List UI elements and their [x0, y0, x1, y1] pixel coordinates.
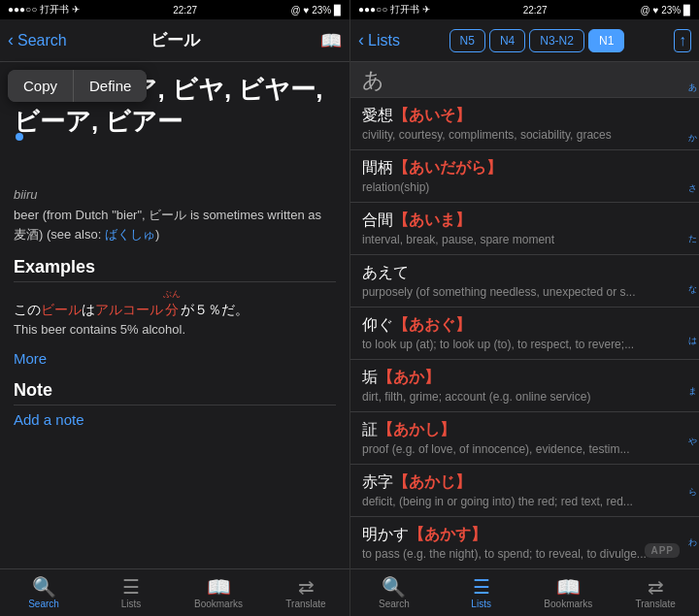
translate-icon-left: ⇄: [298, 577, 315, 597]
word-definition: beer (from Dutch "bier", ビール is sometime…: [14, 206, 336, 243]
index-ta[interactable]: た: [688, 234, 697, 244]
list-item-aisoI[interactable]: 愛想【あいそ】 civility, courtesy, compliments,…: [350, 98, 699, 150]
back-button-left[interactable]: ‹ Search: [8, 30, 67, 50]
back-label-right: Lists: [368, 32, 400, 49]
word-list: 愛想【あいそ】 civility, courtesy, compliments,…: [350, 98, 699, 568]
example-japanese: このビールはアルコールぶん分が５％だ。: [14, 290, 336, 320]
list-item-word-aogu: 仰ぐ【あおぐ】: [362, 315, 687, 336]
level-n4[interactable]: N4: [489, 29, 525, 52]
lists-icon-right: ☰: [473, 577, 490, 597]
context-menu: Copy Define: [8, 70, 147, 102]
tab-translate-right[interactable]: ⇄ Translate: [612, 569, 699, 616]
index-ha[interactable]: は: [688, 336, 697, 346]
list-item-aima[interactable]: 合間【あいま】 interval, break, pause, spare mo…: [350, 203, 699, 255]
level-n1[interactable]: N1: [588, 29, 624, 52]
signal-right: ●●●○○ 打开书 ✈: [358, 3, 430, 16]
ruby-group: ぶん分: [163, 290, 181, 320]
tab-translate-label-left: Translate: [285, 599, 325, 609]
signal-left: ●●●○○ 打开书 ✈: [8, 3, 80, 16]
examples-header: Examples: [14, 257, 336, 282]
bookmarks-icon-left: 📖: [207, 577, 231, 597]
index-wa[interactable]: わ: [688, 537, 697, 548]
search-icon-right: 🔍: [382, 577, 406, 597]
list-item-def-aiso: civility, courtesy, compliments, sociabi…: [362, 128, 687, 142]
list-item-word-aiso: 愛想【あいそ】: [362, 106, 687, 126]
tab-translate-left[interactable]: ⇄ Translate: [262, 569, 350, 616]
back-label-left: Search: [17, 32, 67, 49]
example-kono: この: [14, 302, 41, 317]
book-icon[interactable]: 📖: [320, 30, 342, 51]
list-item-word-aete: あえて: [362, 263, 687, 283]
more-link[interactable]: More: [14, 350, 336, 367]
list-item-aogu[interactable]: 仰ぐ【あおぐ】 to look up (at); to look up (to)…: [350, 308, 699, 360]
selection-handle: [16, 133, 23, 141]
list-item-akaji[interactable]: 赤字【あかじ】 deficit, (being in or going into…: [350, 465, 699, 517]
list-item-def-aima: interval, break, pause, spare moment: [362, 233, 687, 246]
level-n3n2[interactable]: N3-N2: [529, 29, 584, 52]
list-item-def-akasu: to pass (e.g. the night), to spend; to r…: [362, 547, 687, 561]
index-a[interactable]: あ: [688, 82, 697, 93]
index-na[interactable]: な: [688, 284, 697, 295]
index-sa[interactable]: さ: [688, 183, 697, 194]
index-ya[interactable]: や: [688, 437, 697, 447]
copy-button[interactable]: Copy: [8, 70, 74, 102]
example-alcohol: アルコール: [95, 302, 163, 317]
list-item-def-akaji: deficit, (being in or going into) the re…: [362, 495, 687, 508]
battery-right: @ ♥ 23% ▉: [641, 5, 691, 16]
list-item-aka[interactable]: 垢【あか】 dirt, filth, grime; account (e.g. …: [350, 360, 699, 412]
tab-search-label-right: Search: [379, 599, 410, 609]
left-panel: ●●●○○ 打开书 ✈ 22:27 @ ♥ 23% ▉ ‹ Search ビール…: [0, 0, 350, 616]
tab-bookmarks-label-left: Bookmarks: [194, 599, 243, 609]
watermark: APP: [645, 543, 680, 558]
example-beer: ビール: [41, 302, 82, 317]
example-ga: が５％だ。: [181, 302, 249, 317]
back-button-right[interactable]: ‹ Lists: [358, 30, 400, 50]
list-item-word-aka: 垢【あか】: [362, 368, 687, 388]
tab-search-label-left: Search: [28, 599, 59, 609]
chevron-icon: ‹: [8, 30, 14, 50]
example-ha: は: [82, 302, 95, 317]
index-ma[interactable]: ま: [688, 386, 697, 397]
tab-lists-label-right: Lists: [471, 599, 491, 609]
tab-bookmarks-label-right: Bookmarks: [544, 599, 592, 609]
status-bar-left: ●●●○○ 打开书 ✈ 22:27 @ ♥ 23% ▉: [0, 0, 350, 19]
list-item-word-aima: 合間【あいま】: [362, 211, 687, 231]
share-icon[interactable]: ↑: [674, 29, 691, 52]
bookmarks-icon-right: 📖: [556, 577, 581, 597]
tab-search-right[interactable]: 🔍 Search: [350, 569, 438, 616]
side-index: あ か さ た な は ま や ら わ: [688, 62, 697, 568]
index-ka[interactable]: か: [688, 133, 697, 144]
right-panel: ●●●○○ 打开书 ✈ 22:27 @ ♥ 23% ▉ ‹ Lists N5 N…: [350, 0, 699, 616]
index-ra[interactable]: ら: [688, 487, 697, 498]
list-item-def-aogu: to look up (at); to look up (to), to res…: [362, 338, 687, 351]
time-right: 22:27: [523, 5, 548, 16]
list-item-akasu[interactable]: 明かす【あかす】 to pass (e.g. the night), to sp…: [350, 517, 699, 568]
list-item-aete[interactable]: あえて purposely (of something needless, un…: [350, 255, 699, 308]
tab-bookmarks-left[interactable]: 📖 Bookmarks: [175, 569, 262, 616]
tab-lists-label-left: Lists: [121, 599, 142, 609]
nav-title-left: ビール: [150, 29, 200, 51]
tab-search-left[interactable]: 🔍 Search: [0, 569, 87, 616]
nav-bar-left: ‹ Search ビール 📖: [0, 19, 350, 62]
tab-lists-left[interactable]: ☰ Lists: [87, 569, 175, 616]
search-icon-left: 🔍: [32, 577, 56, 597]
list-item-aidagara[interactable]: 間柄【あいだがら】 relation(ship): [350, 150, 699, 203]
tab-bookmarks-right[interactable]: 📖 Bookmarks: [525, 569, 613, 616]
example-english: This beer contains 5% alcohol.: [14, 322, 336, 337]
add-note-button[interactable]: Add a note: [14, 411, 336, 428]
note-header: Note: [14, 380, 336, 405]
tab-bar-left: 🔍 Search ☰ Lists 📖 Bookmarks ⇄ Translate: [0, 568, 350, 616]
define-button[interactable]: Define: [74, 70, 147, 102]
tab-lists-right[interactable]: ☰ Lists: [438, 569, 525, 616]
tab-translate-label-right: Translate: [635, 599, 675, 609]
see-also-link[interactable]: ばくしゅ: [105, 227, 155, 242]
context-menu-spacer: [14, 141, 336, 187]
tab-bar-right: 🔍 Search ☰ Lists 📖 Bookmarks ⇄ Translate: [350, 568, 699, 616]
list-item-def-aka: dirt, filth, grime; account (e.g. online…: [362, 390, 687, 404]
level-n5[interactable]: N5: [449, 29, 485, 52]
nav-bar-right: ‹ Lists N5 N4 N3-N2 N1 ↑: [350, 19, 699, 62]
status-bar-right: ●●●○○ 打开书 ✈ 22:27 @ ♥ 23% ▉: [350, 0, 699, 19]
translate-icon-right: ⇄: [648, 577, 664, 597]
battery-left: @ ♥ 23% ▉: [291, 5, 342, 16]
list-item-akashi[interactable]: 証【あかし】 proof (e.g. of love, of innocence…: [350, 412, 699, 465]
